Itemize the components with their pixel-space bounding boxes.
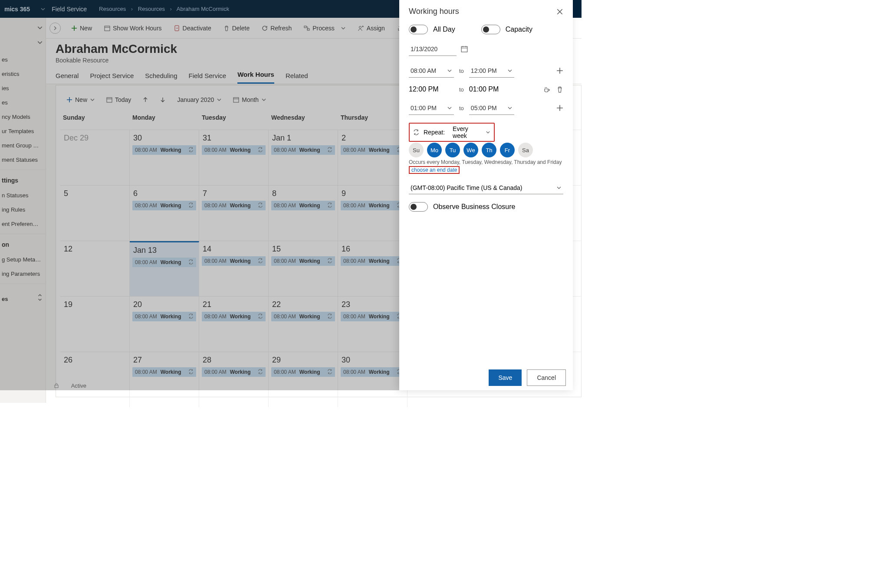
- chevron-down-icon: [507, 105, 513, 111]
- close-icon: [556, 8, 563, 15]
- delete-slot-button[interactable]: [556, 86, 563, 93]
- repeat-icon: [413, 129, 419, 135]
- all-day-toggle[interactable]: [409, 25, 428, 34]
- chevron-down-icon: [486, 130, 490, 135]
- timezone-select[interactable]: (GMT-08:00) Pacific Time (US & Canada): [409, 182, 563, 194]
- start-time-3[interactable]: 01:00 PM: [409, 101, 454, 115]
- day-we[interactable]: We: [463, 143, 478, 157]
- trash-icon: [556, 86, 563, 93]
- add-slot-button[interactable]: [556, 105, 563, 111]
- end-time-2: 01:00 PM: [469, 85, 514, 93]
- date-input[interactable]: [409, 42, 457, 56]
- end-time-1[interactable]: 12:00 PM: [469, 64, 514, 78]
- end-time-3[interactable]: 05:00 PM: [469, 101, 514, 115]
- working-hours-panel: Working hours All Day Capacity 08:00: [399, 0, 573, 390]
- plus-icon: [556, 67, 563, 74]
- blank-bottom: [0, 390, 874, 588]
- day-su[interactable]: Su: [409, 143, 424, 157]
- day-sa[interactable]: Sa: [518, 143, 533, 157]
- day-fr[interactable]: Fr: [500, 143, 515, 157]
- capacity-toggle[interactable]: [481, 25, 500, 34]
- close-button[interactable]: [556, 8, 563, 15]
- chevron-down-icon: [447, 68, 452, 73]
- day-th[interactable]: Th: [482, 143, 496, 157]
- day-tu[interactable]: Tu: [445, 143, 460, 157]
- modal-backdrop: [0, 0, 399, 390]
- break-button[interactable]: [543, 86, 550, 93]
- start-time-2: 12:00 PM: [409, 85, 454, 93]
- choose-end-date-link[interactable]: choose an end date: [409, 166, 460, 174]
- coffee-icon: [543, 86, 550, 93]
- panel-title: Working hours: [409, 7, 459, 16]
- day-mo[interactable]: Mo: [427, 143, 442, 157]
- chevron-down-icon: [507, 68, 513, 73]
- all-day-label: All Day: [433, 26, 455, 33]
- day-of-week-picker: Su Mo Tu We Th Fr Sa: [409, 143, 563, 157]
- capacity-label: Capacity: [506, 26, 532, 33]
- svg-rect-8: [461, 46, 467, 52]
- start-time-1[interactable]: 08:00 AM: [409, 64, 454, 78]
- chevron-down-icon: [447, 105, 452, 111]
- plus-icon: [556, 105, 563, 111]
- observe-closure-toggle[interactable]: [409, 202, 428, 212]
- cancel-button[interactable]: Cancel: [527, 369, 566, 386]
- chevron-down-icon: [556, 185, 562, 190]
- blank-right: [573, 0, 874, 390]
- save-button[interactable]: Save: [489, 369, 522, 386]
- repeat-selector[interactable]: Repeat: Every week: [409, 123, 495, 142]
- add-slot-button[interactable]: [556, 67, 563, 74]
- calendar-icon: [461, 46, 468, 52]
- observe-closure-label: Observe Business Closure: [433, 203, 515, 211]
- occurs-text: Occurs every Monday, Tuesday, Wednesday,…: [409, 159, 563, 165]
- date-picker-button[interactable]: [461, 46, 468, 52]
